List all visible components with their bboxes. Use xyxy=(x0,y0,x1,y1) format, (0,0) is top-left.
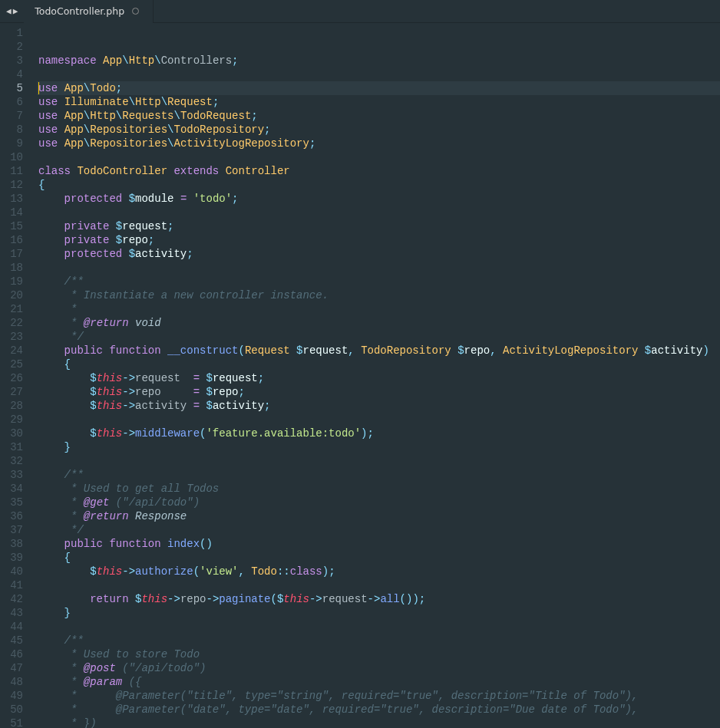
code-line[interactable]: return $this->repo->paginate($this->requ… xyxy=(37,592,720,606)
code-line[interactable]: use App\Http\Requests\TodoRequest; xyxy=(37,109,720,123)
code-line[interactable] xyxy=(37,68,720,81)
editor[interactable]: 1234567891011121314151617181920212223242… xyxy=(0,23,720,728)
code-line[interactable]: * Used to store Todo xyxy=(37,647,720,661)
code-line[interactable]: * @return void xyxy=(37,316,720,330)
code-line[interactable]: protected $module = 'todo'; xyxy=(37,192,720,206)
code-line[interactable]: /** xyxy=(37,468,720,482)
code-line[interactable] xyxy=(37,40,720,54)
code-line[interactable] xyxy=(37,578,720,592)
code-line[interactable]: * @post ("/api/todo") xyxy=(37,661,720,675)
nav-back-icon[interactable]: ◀ xyxy=(6,6,12,16)
code-line[interactable]: /** xyxy=(37,275,720,288)
code-line[interactable]: } xyxy=(37,606,720,620)
code-line[interactable]: private $request; xyxy=(37,219,720,233)
code-line[interactable]: protected $activity; xyxy=(37,247,720,261)
code-line[interactable]: $this->middleware('feature.available:tod… xyxy=(37,427,720,440)
code-line[interactable]: use Illuminate\Http\Request; xyxy=(37,95,720,109)
code-line[interactable]: * xyxy=(37,302,720,316)
code-line[interactable]: namespace App\Http\Controllers; xyxy=(37,54,720,68)
code-line[interactable] xyxy=(37,206,720,219)
line-gutter: 1234567891011121314151617181920212223242… xyxy=(0,23,37,728)
code-line[interactable]: */ xyxy=(37,523,720,537)
code-line[interactable]: use App\Repositories\TodoRepository; xyxy=(37,123,720,137)
code-line[interactable] xyxy=(37,261,720,275)
code-line[interactable]: * Instantiate a new controller instance. xyxy=(37,288,720,302)
tab-dirty-icon xyxy=(132,8,139,15)
code-line[interactable]: { xyxy=(37,551,720,565)
code-line[interactable]: */ xyxy=(37,330,720,344)
code-line[interactable]: $this->request = $request; xyxy=(37,371,720,385)
code-line[interactable]: } xyxy=(37,440,720,454)
code-line[interactable] xyxy=(37,620,720,634)
code-line[interactable]: * @get ("/api/todo") xyxy=(37,496,720,509)
code-area[interactable]: namespace App\Http\Controllers;use App\T… xyxy=(37,23,720,728)
code-line[interactable]: * }) xyxy=(37,716,720,728)
code-line[interactable] xyxy=(37,413,720,427)
code-line[interactable]: * @Parameter("title", type="string", req… xyxy=(37,689,720,703)
code-line[interactable]: * @return Response xyxy=(37,509,720,523)
tab-bar: ◀ ▶ TodoController.php xyxy=(0,0,720,23)
code-line[interactable]: * @Parameter("date", type="date", requir… xyxy=(37,703,720,716)
tab-filename: TodoController.php xyxy=(35,5,124,17)
code-line[interactable]: public function index() xyxy=(37,537,720,551)
nav-arrows: ◀ ▶ xyxy=(0,6,24,16)
code-line[interactable]: { xyxy=(37,178,720,192)
code-line[interactable]: private $repo; xyxy=(37,233,720,247)
code-line[interactable]: /** xyxy=(37,634,720,647)
code-line[interactable]: $this->authorize('view', Todo::class); xyxy=(37,565,720,578)
code-line[interactable]: use App\Todo; xyxy=(37,81,720,95)
nav-forward-icon[interactable]: ▶ xyxy=(13,6,18,16)
code-line[interactable] xyxy=(37,26,720,40)
code-line[interactable]: public function __construct(Request $req… xyxy=(37,344,720,357)
code-line[interactable]: * @param ({ xyxy=(37,675,720,689)
code-line[interactable]: * Used to get all Todos xyxy=(37,482,720,496)
code-line[interactable]: $this->activity = $activity; xyxy=(37,399,720,413)
code-line[interactable] xyxy=(37,454,720,468)
code-line[interactable]: class TodoController extends Controller xyxy=(37,164,720,178)
code-line[interactable]: { xyxy=(37,357,720,371)
code-line[interactable]: use App\Repositories\ActivityLogReposito… xyxy=(37,137,720,150)
code-line[interactable] xyxy=(37,150,720,164)
tab-file[interactable]: TodoController.php xyxy=(24,0,154,23)
code-line[interactable]: $this->repo = $repo; xyxy=(37,385,720,399)
